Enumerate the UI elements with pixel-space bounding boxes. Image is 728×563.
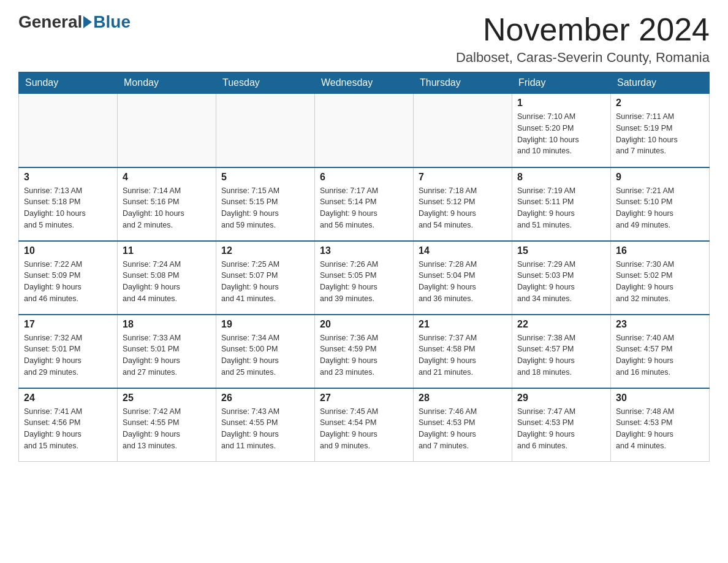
page-header: General Blue November 2024 Dalboset, Car…	[18, 12, 710, 66]
day-number: 12	[221, 245, 309, 256]
day-number: 28	[419, 393, 507, 404]
calendar-cell: 29Sunrise: 7:47 AMSunset: 4:53 PMDayligh…	[512, 388, 611, 462]
day-info: Sunrise: 7:26 AMSunset: 5:05 PMDaylight:…	[320, 259, 408, 305]
day-info: Sunrise: 7:28 AMSunset: 5:04 PMDaylight:…	[419, 259, 507, 305]
calendar-week-row: 17Sunrise: 7:32 AMSunset: 5:01 PMDayligh…	[19, 315, 710, 388]
logo-blue-part: Blue	[82, 12, 131, 32]
day-number: 30	[616, 393, 704, 404]
day-info: Sunrise: 7:47 AMSunset: 4:53 PMDaylight:…	[517, 406, 605, 452]
day-number: 8	[517, 172, 605, 183]
day-info: Sunrise: 7:36 AMSunset: 4:59 PMDaylight:…	[320, 332, 408, 378]
weekday-header-thursday: Thursday	[414, 72, 512, 94]
calendar-week-row: 24Sunrise: 7:41 AMSunset: 4:56 PMDayligh…	[19, 388, 710, 462]
day-info: Sunrise: 7:14 AMSunset: 5:16 PMDaylight:…	[123, 185, 211, 231]
day-number: 23	[616, 319, 704, 330]
day-number: 6	[320, 172, 408, 183]
day-number: 17	[24, 319, 112, 330]
calendar-cell: 10Sunrise: 7:22 AMSunset: 5:09 PMDayligh…	[19, 241, 118, 315]
calendar-week-row: 1Sunrise: 7:10 AMSunset: 5:20 PMDaylight…	[19, 94, 710, 167]
day-number: 16	[616, 245, 704, 256]
weekday-header-monday: Monday	[118, 72, 216, 94]
day-number: 25	[123, 393, 211, 404]
calendar-cell: 27Sunrise: 7:45 AMSunset: 4:54 PMDayligh…	[315, 388, 414, 462]
day-info: Sunrise: 7:38 AMSunset: 4:57 PMDaylight:…	[517, 332, 605, 378]
day-info: Sunrise: 7:46 AMSunset: 4:53 PMDaylight:…	[419, 406, 507, 452]
calendar-week-row: 10Sunrise: 7:22 AMSunset: 5:09 PMDayligh…	[19, 241, 710, 315]
day-info: Sunrise: 7:43 AMSunset: 4:55 PMDaylight:…	[221, 406, 309, 452]
calendar-cell: 19Sunrise: 7:34 AMSunset: 5:00 PMDayligh…	[216, 315, 315, 388]
day-info: Sunrise: 7:48 AMSunset: 4:53 PMDaylight:…	[616, 406, 704, 452]
calendar-cell: 2Sunrise: 7:11 AMSunset: 5:19 PMDaylight…	[611, 94, 710, 167]
calendar-cell: 24Sunrise: 7:41 AMSunset: 4:56 PMDayligh…	[19, 388, 118, 462]
day-info: Sunrise: 7:41 AMSunset: 4:56 PMDaylight:…	[24, 406, 112, 452]
calendar-cell: 16Sunrise: 7:30 AMSunset: 5:02 PMDayligh…	[611, 241, 710, 315]
day-number: 3	[24, 172, 112, 183]
day-info: Sunrise: 7:21 AMSunset: 5:10 PMDaylight:…	[616, 185, 704, 231]
day-info: Sunrise: 7:19 AMSunset: 5:11 PMDaylight:…	[517, 185, 605, 231]
calendar-cell: 15Sunrise: 7:29 AMSunset: 5:03 PMDayligh…	[512, 241, 611, 315]
calendar-cell: 11Sunrise: 7:24 AMSunset: 5:08 PMDayligh…	[118, 241, 216, 315]
day-info: Sunrise: 7:15 AMSunset: 5:15 PMDaylight:…	[221, 185, 309, 231]
calendar-cell: 8Sunrise: 7:19 AMSunset: 5:11 PMDaylight…	[512, 167, 611, 241]
calendar-cell: 25Sunrise: 7:42 AMSunset: 4:55 PMDayligh…	[118, 388, 216, 462]
month-year-title: November 2024	[456, 12, 710, 47]
calendar-cell: 14Sunrise: 7:28 AMSunset: 5:04 PMDayligh…	[414, 241, 512, 315]
day-number: 15	[517, 245, 605, 256]
calendar-cell: 4Sunrise: 7:14 AMSunset: 5:16 PMDaylight…	[118, 167, 216, 241]
day-info: Sunrise: 7:37 AMSunset: 4:58 PMDaylight:…	[419, 332, 507, 378]
calendar-cell: 23Sunrise: 7:40 AMSunset: 4:57 PMDayligh…	[611, 315, 710, 388]
day-info: Sunrise: 7:33 AMSunset: 5:01 PMDaylight:…	[123, 332, 211, 378]
calendar-cell: 17Sunrise: 7:32 AMSunset: 5:01 PMDayligh…	[19, 315, 118, 388]
calendar-cell	[414, 94, 512, 167]
logo-arrow-icon	[83, 16, 92, 28]
calendar-table: SundayMondayTuesdayWednesdayThursdayFrid…	[18, 72, 710, 462]
calendar-cell: 3Sunrise: 7:13 AMSunset: 5:18 PMDaylight…	[19, 167, 118, 241]
day-number: 7	[419, 172, 507, 183]
calendar-cell: 7Sunrise: 7:18 AMSunset: 5:12 PMDaylight…	[414, 167, 512, 241]
calendar-cell: 18Sunrise: 7:33 AMSunset: 5:01 PMDayligh…	[118, 315, 216, 388]
day-number: 24	[24, 393, 112, 404]
calendar-cell: 9Sunrise: 7:21 AMSunset: 5:10 PMDaylight…	[611, 167, 710, 241]
day-number: 11	[123, 245, 211, 256]
day-number: 9	[616, 172, 704, 183]
calendar-cell	[118, 94, 216, 167]
calendar-cell: 5Sunrise: 7:15 AMSunset: 5:15 PMDaylight…	[216, 167, 315, 241]
day-number: 20	[320, 319, 408, 330]
logo-blue: Blue	[93, 12, 131, 32]
day-number: 27	[320, 393, 408, 404]
day-info: Sunrise: 7:13 AMSunset: 5:18 PMDaylight:…	[24, 185, 112, 231]
day-number: 18	[123, 319, 211, 330]
logo-general: General	[18, 12, 82, 32]
day-number: 1	[517, 98, 605, 109]
calendar-cell: 20Sunrise: 7:36 AMSunset: 4:59 PMDayligh…	[315, 315, 414, 388]
day-number: 5	[221, 172, 309, 183]
day-info: Sunrise: 7:22 AMSunset: 5:09 PMDaylight:…	[24, 259, 112, 305]
day-number: 2	[616, 98, 704, 109]
day-info: Sunrise: 7:45 AMSunset: 4:54 PMDaylight:…	[320, 406, 408, 452]
calendar-cell: 21Sunrise: 7:37 AMSunset: 4:58 PMDayligh…	[414, 315, 512, 388]
calendar-cell: 30Sunrise: 7:48 AMSunset: 4:53 PMDayligh…	[611, 388, 710, 462]
calendar-cell: 6Sunrise: 7:17 AMSunset: 5:14 PMDaylight…	[315, 167, 414, 241]
day-number: 29	[517, 393, 605, 404]
day-info: Sunrise: 7:11 AMSunset: 5:19 PMDaylight:…	[616, 111, 704, 157]
day-number: 21	[419, 319, 507, 330]
day-info: Sunrise: 7:17 AMSunset: 5:14 PMDaylight:…	[320, 185, 408, 231]
weekday-header-sunday: Sunday	[19, 72, 118, 94]
calendar-cell: 13Sunrise: 7:26 AMSunset: 5:05 PMDayligh…	[315, 241, 414, 315]
title-block: November 2024 Dalboset, Caras-Severin Co…	[456, 12, 710, 66]
calendar-cell: 26Sunrise: 7:43 AMSunset: 4:55 PMDayligh…	[216, 388, 315, 462]
calendar-cell	[19, 94, 118, 167]
calendar-cell: 1Sunrise: 7:10 AMSunset: 5:20 PMDaylight…	[512, 94, 611, 167]
weekday-header-friday: Friday	[512, 72, 611, 94]
calendar-cell: 22Sunrise: 7:38 AMSunset: 4:57 PMDayligh…	[512, 315, 611, 388]
day-number: 14	[419, 245, 507, 256]
calendar-cell: 28Sunrise: 7:46 AMSunset: 4:53 PMDayligh…	[414, 388, 512, 462]
day-info: Sunrise: 7:40 AMSunset: 4:57 PMDaylight:…	[616, 332, 704, 378]
day-info: Sunrise: 7:42 AMSunset: 4:55 PMDaylight:…	[123, 406, 211, 452]
day-number: 4	[123, 172, 211, 183]
location-subtitle: Dalboset, Caras-Severin County, Romania	[456, 50, 710, 66]
day-number: 10	[24, 245, 112, 256]
logo: General Blue	[18, 12, 131, 32]
day-info: Sunrise: 7:32 AMSunset: 5:01 PMDaylight:…	[24, 332, 112, 378]
day-number: 22	[517, 319, 605, 330]
